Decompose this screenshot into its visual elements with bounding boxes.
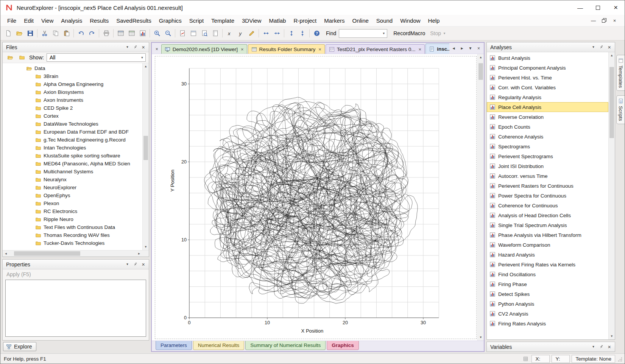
- graphics-vertical-scrollbar[interactable]: ▲ ▼: [477, 54, 484, 341]
- new-file-button[interactable]: [3, 28, 14, 39]
- print-preview-button[interactable]: [199, 28, 210, 39]
- analysis-item-detect-spikes[interactable]: Detect Spikes: [487, 289, 608, 299]
- zoom-out-button[interactable]: [162, 28, 173, 39]
- tree-item-alpha-omega-engineering[interactable]: Alpha Omega Engineering: [3, 80, 142, 88]
- record-macro-button[interactable]: RecordMacro: [393, 30, 425, 36]
- properties-dropdown-button[interactable]: ▼: [124, 261, 131, 268]
- analysis-item-coherence-for-continuous[interactable]: Coherence for Continuous: [487, 201, 608, 210]
- analysis-item-perievent-hist-vs-time[interactable]: Perievent Hist. vs. Time: [487, 73, 608, 82]
- cut-button[interactable]: [39, 28, 50, 39]
- scroll-right-button[interactable]: ►: [136, 250, 142, 257]
- status-grid-button[interactable]: [521, 355, 530, 363]
- scroll-down-button[interactable]: ▼: [143, 244, 149, 250]
- apply-button[interactable]: Apply (F5): [3, 269, 149, 279]
- menu-item-markers[interactable]: Markers: [320, 16, 348, 26]
- document-close-button[interactable]: ×: [475, 45, 482, 52]
- analysis-item-perievent-spectrograms[interactable]: Perievent Spectrograms: [487, 151, 608, 161]
- analysis-item-spectrograms[interactable]: Spectrograms: [487, 142, 608, 151]
- variables-dropdown-button[interactable]: ▼: [590, 343, 597, 350]
- analysis-item-principal-component-analysis[interactable]: Principal Component Analysis: [487, 63, 608, 73]
- files-dropdown-button[interactable]: ▼: [124, 44, 131, 51]
- menu-item-sound[interactable]: Sound: [373, 16, 396, 26]
- tree-item-neuralynx[interactable]: Neuralynx: [3, 176, 142, 184]
- tab-list-button[interactable]: ▼: [467, 45, 474, 52]
- scrollbar-thumb[interactable]: [14, 251, 80, 256]
- menu-item-script[interactable]: Script: [185, 16, 207, 26]
- tree-item-g-tec-medical-engineering-g-record[interactable]: g.Tec Medical Engineering g.Record: [3, 136, 142, 144]
- tree-item-ced-spike-2[interactable]: CED Spike 2: [3, 104, 142, 112]
- tree-item-3brain[interactable]: 3Brain: [3, 72, 142, 80]
- scrollbar-track[interactable]: [143, 70, 149, 244]
- menu-item-help[interactable]: Help: [424, 16, 444, 26]
- scrollbar-track[interactable]: [609, 59, 615, 333]
- analysis-item-firing-phase[interactable]: Firing Phase: [487, 279, 608, 289]
- analysis-item-single-trial-spectrum-analysis[interactable]: Single Trial Spectrum Analysis: [487, 220, 608, 230]
- tree-item-axon-instruments[interactable]: Axon Instruments: [3, 96, 142, 104]
- scroll-down-button[interactable]: ▼: [478, 334, 484, 341]
- paste-button[interactable]: [61, 28, 72, 39]
- side-tab-scripts[interactable]: {}Scripts: [616, 95, 625, 124]
- analysis-item-epoch-counts[interactable]: Epoch Counts: [487, 122, 608, 132]
- tree-item-rc-electronics[interactable]: RC Electronics: [3, 207, 142, 215]
- expand-v-button[interactable]: [286, 28, 297, 39]
- scrollbar-thumb[interactable]: [143, 136, 148, 160]
- tree-item-text-files-with-continuous-data[interactable]: Text Files with Continuous Data: [3, 223, 142, 231]
- doc-tab-testd21-plx-perievent-rasters-0[interactable]: TestD21_plx Perievent Rasters 0...×: [326, 44, 425, 54]
- scrollbar-track[interactable]: [478, 61, 484, 334]
- properties-close-button[interactable]: ×: [140, 261, 147, 268]
- files-vertical-scrollbar[interactable]: ▲ ▼: [142, 63, 149, 250]
- tree-item-tucker-davis-technologies[interactable]: Tucker-Davis Technologies: [3, 239, 142, 247]
- page-view-button[interactable]: [188, 28, 199, 39]
- menu-item-matlab[interactable]: Matlab: [265, 16, 290, 26]
- results-grid-button[interactable]: [115, 28, 126, 39]
- tree-item-cortex[interactable]: Cortex: [3, 112, 142, 120]
- find-dropdown-icon[interactable]: ▼: [380, 32, 387, 35]
- menu-item-view[interactable]: View: [37, 16, 57, 26]
- menu-item-edit[interactable]: Edit: [20, 16, 37, 26]
- close-tab-icon[interactable]: ×: [419, 47, 422, 52]
- result-tab-parameters[interactable]: Parameters: [156, 341, 192, 350]
- expand-h-button[interactable]: [260, 28, 271, 39]
- menu-item-online[interactable]: Online: [348, 16, 372, 26]
- tree-item-intan-technologies[interactable]: Intan Technologies: [3, 144, 142, 152]
- find-input[interactable]: [339, 30, 380, 37]
- analyses-dropdown-button[interactable]: ▼: [590, 44, 597, 51]
- save-button[interactable]: [25, 28, 36, 39]
- menu-item-analysis[interactable]: Analysis: [57, 16, 86, 26]
- tree-item-med64-panasonic-alpha-med-scien[interactable]: MED64 (Panasonic, Alpha MED Scien: [3, 160, 142, 168]
- new-folder-button[interactable]: [17, 53, 26, 62]
- tree-item-neuroexplorer[interactable]: NeuroExplorer: [3, 184, 142, 191]
- analysis-item-coherence-analysis[interactable]: Coherence Analysis: [487, 132, 608, 142]
- analyses-pin-button[interactable]: [598, 44, 605, 51]
- zoom-in-button[interactable]: [151, 28, 162, 39]
- mdi-close-button[interactable]: ×: [610, 17, 619, 24]
- mdi-restore-button[interactable]: [599, 17, 609, 24]
- side-tab-templates[interactable]: Templates: [616, 55, 625, 91]
- scroll-up-button[interactable]: ▲: [478, 54, 484, 61]
- up-folder-button[interactable]: [6, 53, 15, 62]
- variables-pin-button[interactable]: [598, 343, 605, 350]
- analysis-item-firing-rates-analysis[interactable]: Firing Rates Analysis: [487, 319, 608, 328]
- redo-button[interactable]: [86, 28, 97, 39]
- mdi-minimize-button[interactable]: —: [589, 17, 598, 24]
- macro-dropdown-icon[interactable]: ▼: [443, 32, 446, 35]
- analysis-item-autocorr-versus-time[interactable]: Autocorr. versus Time: [487, 171, 608, 181]
- doc-tab-insc[interactable]: insc...: [425, 44, 449, 54]
- close-tab-icon[interactable]: ×: [318, 47, 321, 52]
- rate-histogram-button[interactable]: [137, 28, 148, 39]
- scrollbar-thumb[interactable]: [478, 63, 483, 79]
- tab-scroll-right-button[interactable]: ►: [458, 45, 466, 52]
- menu-item-3dview[interactable]: 3DView: [238, 16, 265, 26]
- analysis-item-power-spectra-for-continuous[interactable]: Power Spectra for Continuous: [487, 191, 608, 201]
- files-pin-button[interactable]: [132, 44, 139, 51]
- scroll-down-button[interactable]: ▼: [609, 333, 615, 339]
- analysis-item-joint-isi-distribution[interactable]: Joint ISI Distribution: [487, 161, 608, 171]
- analysis-item-reverse-correlation[interactable]: Reverse Correlation: [487, 112, 608, 122]
- scrollbar-track[interactable]: [9, 250, 136, 257]
- files-horizontal-scrollbar[interactable]: ◄ ►: [3, 250, 149, 257]
- analysis-item-perievent-firing-rates-via-kernels[interactable]: Perievent Firing Rates via Kernels: [487, 260, 608, 269]
- scroll-up-button[interactable]: ▲: [143, 63, 149, 70]
- analyses-close-button[interactable]: ×: [606, 44, 613, 51]
- tree-item-openephys[interactable]: OpenEphys: [3, 191, 142, 199]
- analysis-item-find-oscillations[interactable]: Find Oscillations: [487, 269, 608, 279]
